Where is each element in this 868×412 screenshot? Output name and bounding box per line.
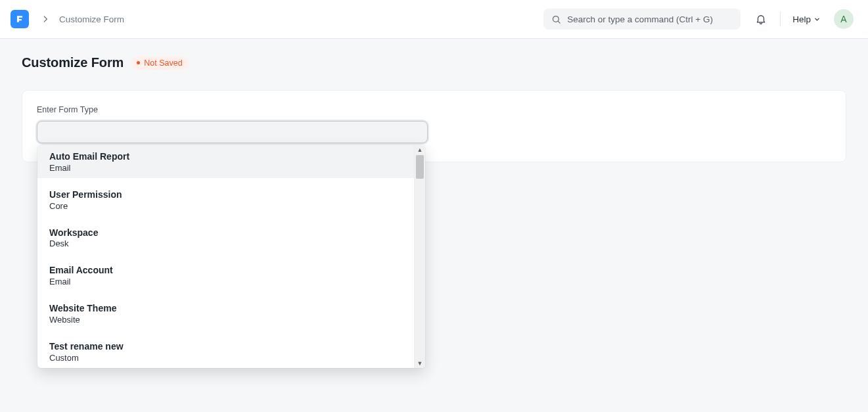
dropdown-item-sub: Email: [49, 163, 402, 173]
nav-divider: [780, 12, 781, 26]
dropdown-item-sub: Website: [49, 315, 402, 325]
app-logo[interactable]: [11, 10, 29, 28]
page-header: Customize Form Not Saved: [22, 55, 846, 70]
form-type-input[interactable]: [37, 121, 428, 143]
dropdown-item[interactable]: Email Account Email: [37, 259, 414, 292]
page-title: Customize Form: [22, 55, 124, 70]
dropdown-item[interactable]: Workspace Desk: [37, 221, 414, 254]
form-type-label: Enter Form Type: [37, 105, 831, 114]
help-menu[interactable]: Help: [792, 14, 821, 24]
dropdown-item[interactable]: Website Theme Website: [37, 297, 414, 330]
status-dot-icon: [137, 61, 140, 64]
notifications-button[interactable]: [755, 13, 767, 25]
svg-line-1: [558, 21, 560, 23]
scroll-thumb[interactable]: [416, 155, 424, 179]
dropdown-item-sub: Email: [49, 277, 402, 286]
breadcrumb[interactable]: Customize Form: [59, 14, 124, 24]
bell-icon: [755, 13, 767, 25]
global-search[interactable]: Search or type a command (Ctrl + G): [543, 9, 741, 30]
dropdown-item[interactable]: User Permission Core: [37, 183, 414, 216]
avatar-initial: A: [840, 14, 846, 24]
user-avatar[interactable]: A: [834, 9, 854, 29]
status-badge: Not Saved: [132, 57, 188, 70]
dropdown-item-sub: Custom: [49, 353, 402, 363]
dropdown-item-title: Test rename new: [49, 341, 402, 352]
search-icon: [551, 14, 561, 24]
dropdown-item-sub: Core: [49, 201, 402, 211]
dropdown-item-title: Workspace: [49, 227, 402, 239]
dropdown-item-title: Auto Email Report: [49, 151, 402, 162]
help-label: Help: [792, 14, 811, 24]
logo-icon: [15, 14, 24, 24]
dropdown-item[interactable]: Auto Email Report Email: [37, 145, 414, 178]
search-placeholder: Search or type a command (Ctrl + G): [567, 14, 713, 24]
dropdown-item[interactable]: Test rename new Custom: [37, 335, 414, 368]
dropdown-list: Auto Email Report Email User Permission …: [37, 145, 414, 368]
scroll-down-icon[interactable]: ▼: [415, 359, 425, 368]
dropdown-item-title: User Permission: [49, 189, 402, 200]
form-type-dropdown: Auto Email Report Email User Permission …: [37, 145, 425, 368]
scroll-up-icon[interactable]: ▲: [415, 145, 425, 154]
dropdown-item-sub: Desk: [49, 239, 402, 248]
dropdown-item-title: Website Theme: [49, 303, 402, 314]
status-text: Not Saved: [144, 58, 182, 68]
breadcrumb-chevron-icon: [41, 14, 50, 24]
navbar: Customize Form Search or type a command …: [0, 0, 868, 39]
dropdown-item-title: Email Account: [49, 265, 402, 276]
chevron-down-icon: [813, 16, 821, 23]
dropdown-scrollbar[interactable]: ▲ ▼: [414, 145, 425, 368]
